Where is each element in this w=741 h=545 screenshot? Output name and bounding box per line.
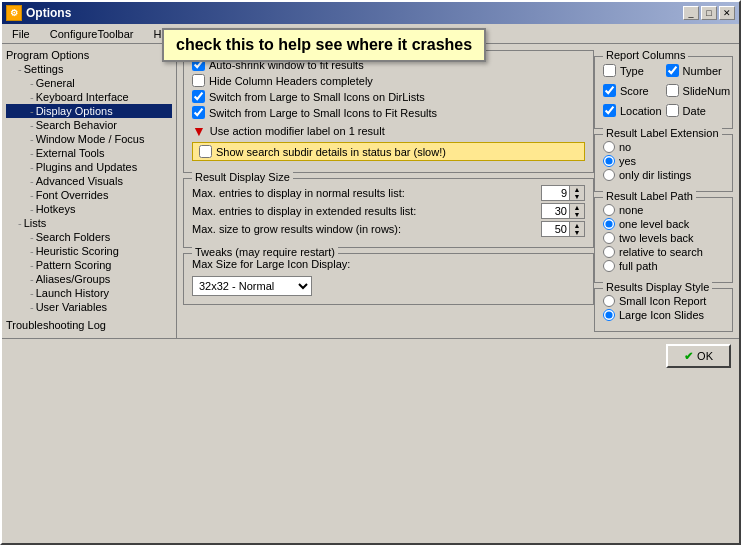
rle-only-dir-input[interactable]: [603, 169, 615, 181]
title-bar: ⚙ Options _ □ ✕: [2, 2, 739, 24]
spin-normal: ▲ ▼: [541, 185, 585, 201]
sidebar-item-pattern-scoring[interactable]: -Pattern Scoring: [6, 258, 172, 272]
ok-button[interactable]: ✔ OK: [666, 344, 731, 368]
col-slidenum-label: SlideNum: [683, 85, 731, 97]
maximize-button[interactable]: □: [701, 6, 717, 20]
rlp-one-level-label: one level back: [619, 218, 689, 230]
sidebar-item-font-overrides[interactable]: -Font Overrides: [6, 188, 172, 202]
spin-grow-up[interactable]: ▲: [570, 222, 584, 229]
spin-extended-up[interactable]: ▲: [570, 204, 584, 211]
window-title: Options: [26, 6, 71, 20]
checkbox-switch-small-fit: Switch from Large to Small Icons to Fit …: [192, 106, 585, 119]
rle-yes: yes: [603, 155, 724, 167]
spin-extended: ▲ ▼: [541, 203, 585, 219]
rlp-two-levels: two levels back: [603, 232, 724, 244]
sidebar: Program Options -Settings -General -Keyb…: [2, 44, 177, 338]
rlp-full-path: full path: [603, 260, 724, 272]
sidebar-item-search-folders[interactable]: -Search Folders: [6, 230, 172, 244]
rds-small-icon-label: Small Icon Report: [619, 295, 706, 307]
menu-configure[interactable]: ConfigureToolbar: [44, 26, 140, 42]
title-bar-left: ⚙ Options: [6, 5, 71, 21]
sidebar-item-heuristic-scoring[interactable]: -Heuristic Scoring: [6, 244, 172, 258]
rlp-none-input[interactable]: [603, 204, 615, 216]
spin-grow-input[interactable]: [541, 221, 569, 237]
spin-extended-btns: ▲ ▼: [569, 203, 585, 219]
tweaks-large-icon-label: Max Size for Large Icon Display:: [192, 258, 585, 270]
close-button[interactable]: ✕: [719, 6, 735, 20]
spin-normal-input[interactable]: [541, 185, 569, 201]
tweaks-content: Max Size for Large Icon Display: 32x32 -…: [192, 258, 585, 296]
sidebar-item-lists[interactable]: -Lists: [6, 216, 172, 230]
results-display-style-title: Results Display Style: [603, 281, 712, 293]
col-slidenum: SlideNum: [666, 84, 731, 97]
checkbox-switch-small-fit-input[interactable]: [192, 106, 205, 119]
checkbox-switch-small-dirlists-input[interactable]: [192, 90, 205, 103]
sidebar-item-display-options[interactable]: -Display Options: [6, 104, 172, 118]
rlp-none-label: none: [619, 204, 643, 216]
tooltip-text: check this to help see where it crashes: [176, 36, 472, 53]
rlp-relative-label: relative to search: [619, 246, 703, 258]
sidebar-item-hotkeys[interactable]: -Hotkeys: [6, 202, 172, 216]
tooltip-banner: check this to help see where it crashes: [162, 28, 486, 62]
spin-grow-down[interactable]: ▼: [570, 229, 584, 236]
rlp-two-levels-input[interactable]: [603, 232, 615, 244]
rle-yes-input[interactable]: [603, 155, 615, 167]
spin-extended-down[interactable]: ▼: [570, 211, 584, 218]
col-number-label: Number: [683, 65, 722, 77]
sidebar-item-settings[interactable]: -Settings: [6, 62, 172, 76]
col-score-input[interactable]: [603, 84, 616, 97]
sidebar-item-search-behavior[interactable]: -Search Behavior: [6, 118, 172, 132]
sidebar-item-program-options[interactable]: Program Options: [6, 48, 172, 62]
result-label-ext-group: Result Label Extension no yes only dir l…: [594, 134, 733, 192]
sidebar-item-aliases[interactable]: -Aliases/Groups: [6, 272, 172, 286]
col-type-input[interactable]: [603, 64, 616, 77]
rlp-full-path-input[interactable]: [603, 260, 615, 272]
col-number-input[interactable]: [666, 64, 679, 77]
sidebar-item-plugins[interactable]: -Plugins and Updates: [6, 160, 172, 174]
minimize-button[interactable]: _: [683, 6, 699, 20]
highlight-subdir-label: Show search subdir details in status bar…: [216, 146, 446, 158]
col-number: Number: [666, 64, 731, 77]
col-score-label: Score: [620, 85, 649, 97]
sidebar-item-advanced-visuals[interactable]: -Advanced Visuals: [6, 174, 172, 188]
rle-only-dir-label: only dir listings: [619, 169, 691, 181]
tweaks-size-select[interactable]: 32x32 - Normal 16x16 - Small 48x48 - Lar…: [192, 276, 312, 296]
spin-normal-down[interactable]: ▼: [570, 193, 584, 200]
checkbox-action-modifier: ▼ Use action modifier label on 1 result: [192, 123, 585, 139]
rds-small-icon-input[interactable]: [603, 295, 615, 307]
sidebar-item-troubleshooting[interactable]: Troubleshooting Log: [6, 318, 172, 332]
options-window: ⚙ Options _ □ ✕ check this to help see w…: [0, 0, 741, 545]
col-location-input[interactable]: [603, 104, 616, 117]
main-content: User Interface Display Options Auto-shri…: [177, 44, 739, 338]
sidebar-item-external-tools[interactable]: -External Tools: [6, 146, 172, 160]
sidebar-item-user-variables[interactable]: -User Variables: [6, 300, 172, 314]
spin-extended-input[interactable]: [541, 203, 569, 219]
col-date: Date: [666, 104, 731, 117]
menu-file[interactable]: File: [6, 26, 36, 42]
sidebar-item-launch-history[interactable]: -Launch History: [6, 286, 172, 300]
sidebar-item-keyboard[interactable]: -Keyboard Interface: [6, 90, 172, 104]
result-size-grow-label: Max. size to grow results window (in row…: [192, 223, 401, 235]
rle-no-input[interactable]: [603, 141, 615, 153]
rlp-relative-input[interactable]: [603, 246, 615, 258]
results-display-style-group: Results Display Style Small Icon Report …: [594, 288, 733, 332]
col-slidenum-input[interactable]: [666, 84, 679, 97]
rlp-none: none: [603, 204, 724, 216]
rds-large-icon-input[interactable]: [603, 309, 615, 321]
col-date-input[interactable]: [666, 104, 679, 117]
checkbox-hide-headers-input[interactable]: [192, 74, 205, 87]
col-type: Type: [603, 64, 662, 77]
center-panel: User Interface Display Options Auto-shri…: [183, 50, 594, 338]
rle-only-dir: only dir listings: [603, 169, 724, 181]
result-size-title: Result Display Size: [192, 171, 293, 183]
result-label-ext-title: Result Label Extension: [603, 127, 722, 139]
sidebar-item-general[interactable]: -General: [6, 76, 172, 90]
checkbox-hide-headers-label: Hide Column Headers completely: [209, 75, 373, 87]
rlp-one-level-input[interactable]: [603, 218, 615, 230]
report-columns-title: Report Columns: [603, 49, 688, 61]
rlp-two-levels-label: two levels back: [619, 232, 694, 244]
sidebar-item-window-mode[interactable]: -Window Mode / Focus: [6, 132, 172, 146]
checkbox-subdir-input[interactable]: [199, 145, 212, 158]
spin-normal-up[interactable]: ▲: [570, 186, 584, 193]
spin-normal-btns: ▲ ▼: [569, 185, 585, 201]
